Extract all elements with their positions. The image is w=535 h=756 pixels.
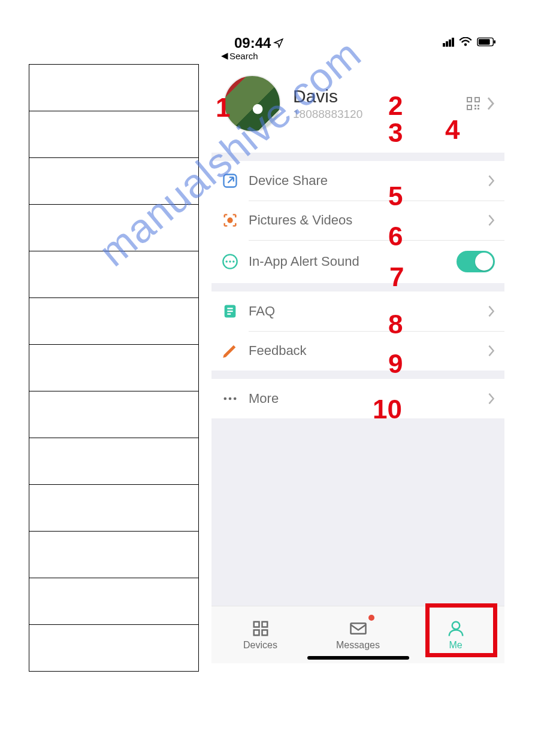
wifi-icon xyxy=(459,37,472,47)
chevron-right-icon xyxy=(488,214,495,226)
status-time: 09:44 xyxy=(234,35,284,51)
gallery-icon xyxy=(221,211,239,229)
svg-rect-25 xyxy=(262,621,267,627)
phone-screenshot: 09:44 ◀ Search Davis 18088883120 xyxy=(211,30,504,663)
menu-more[interactable]: More xyxy=(211,379,504,418)
chevron-right-icon xyxy=(488,345,495,357)
profile-actions xyxy=(466,96,495,111)
svg-rect-8 xyxy=(477,105,479,107)
qr-code-icon[interactable] xyxy=(466,96,480,111)
devices-icon xyxy=(252,620,270,637)
menu-group-1: Device Share Pictures & Videos In-App Al… xyxy=(211,161,504,283)
svg-point-12 xyxy=(227,217,232,223)
nav-devices[interactable]: Devices xyxy=(211,606,309,663)
back-to-search[interactable]: ◀ Search xyxy=(221,50,258,61)
svg-rect-28 xyxy=(350,623,365,634)
menu-alert-sound[interactable]: In-App Alert Sound xyxy=(211,240,504,283)
me-icon xyxy=(447,620,465,637)
svg-rect-6 xyxy=(467,105,471,110)
menu-group-2: FAQ Feedback xyxy=(211,292,504,371)
profile-header[interactable]: Davis 18088883120 xyxy=(211,63,504,153)
location-arrow-icon xyxy=(273,38,284,48)
status-bar: 09:44 ◀ Search xyxy=(211,30,504,63)
nav-label: Devices xyxy=(243,640,277,651)
profile-text: Davis 18088883120 xyxy=(293,86,454,121)
menu-faq[interactable]: FAQ xyxy=(211,292,504,331)
messages-badge xyxy=(368,615,374,621)
svg-rect-4 xyxy=(467,98,471,102)
svg-point-0 xyxy=(464,43,467,45)
more-icon xyxy=(221,390,239,408)
menu-label: In-App Alert Sound xyxy=(249,254,457,269)
menu-feedback[interactable]: Feedback xyxy=(211,331,504,371)
menu-group-3: More xyxy=(211,379,504,418)
avatar xyxy=(223,75,281,132)
svg-rect-7 xyxy=(474,105,476,107)
time-text: 09:44 xyxy=(234,35,271,51)
menu-pictures-videos[interactable]: Pictures & Videos xyxy=(211,201,504,240)
battery-icon xyxy=(477,37,496,47)
profile-name: Davis xyxy=(293,86,454,107)
svg-rect-10 xyxy=(477,108,479,110)
menu-label: Pictures & Videos xyxy=(249,212,488,228)
bottom-nav: Devices Messages Me xyxy=(211,606,504,663)
home-indicator xyxy=(307,656,409,660)
nav-me[interactable]: Me xyxy=(407,606,504,663)
profile-phone: 18088883120 xyxy=(293,108,454,121)
alert-sound-icon xyxy=(221,253,239,271)
cellular-signal-icon xyxy=(443,38,454,47)
menu-label: Device Share xyxy=(249,173,488,189)
nav-label: Me xyxy=(449,640,462,651)
svg-point-22 xyxy=(229,397,232,400)
chevron-right-icon xyxy=(488,393,495,405)
left-table xyxy=(29,64,199,672)
svg-rect-26 xyxy=(253,630,259,635)
svg-point-23 xyxy=(234,397,237,400)
svg-rect-3 xyxy=(494,40,495,44)
svg-point-21 xyxy=(224,397,227,400)
status-right xyxy=(443,37,496,47)
svg-rect-5 xyxy=(475,98,479,102)
faq-icon xyxy=(221,302,239,320)
chevron-right-icon xyxy=(488,175,495,187)
share-icon xyxy=(221,172,239,190)
svg-rect-27 xyxy=(262,630,267,635)
nav-label: Messages xyxy=(336,640,380,651)
svg-point-15 xyxy=(229,260,231,263)
svg-rect-9 xyxy=(474,108,476,110)
back-label: Search xyxy=(229,51,258,61)
menu-label: FAQ xyxy=(249,303,488,319)
alert-sound-toggle[interactable] xyxy=(457,251,495,272)
svg-point-29 xyxy=(452,621,460,629)
menu-label: More xyxy=(249,391,488,406)
svg-rect-24 xyxy=(253,621,259,627)
menu-device-share[interactable]: Device Share xyxy=(211,161,504,201)
nav-messages[interactable]: Messages xyxy=(309,606,407,663)
svg-rect-2 xyxy=(479,39,490,44)
menu-label: Feedback xyxy=(249,343,488,359)
svg-point-14 xyxy=(225,260,228,263)
chevron-right-icon xyxy=(488,305,495,317)
svg-point-16 xyxy=(232,260,235,263)
messages-icon xyxy=(349,620,367,637)
feedback-icon xyxy=(221,342,239,360)
chevron-right-icon xyxy=(486,97,495,110)
back-triangle-icon: ◀ xyxy=(221,50,228,61)
